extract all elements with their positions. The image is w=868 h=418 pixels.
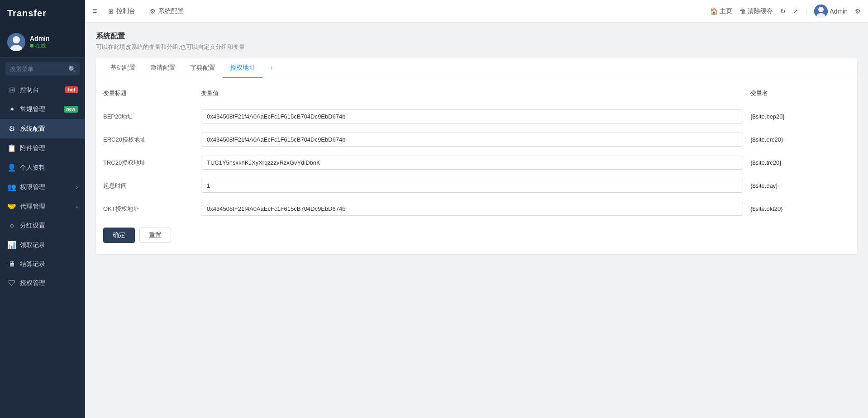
topbar-dashboard-link[interactable]: ⊞ 控制台: [105, 5, 139, 17]
add-tab-button[interactable]: ＋: [262, 60, 281, 76]
admin-username: Admin: [830, 8, 848, 15]
main-content: ≡ ⊞ 控制台 ⚙ 系统配置 🏠 主页 🗑 清除缓存 ↻ ⤢: [85, 0, 868, 418]
user-status: 在线: [30, 42, 50, 50]
row-label: OKT授权地址: [103, 205, 194, 213]
topbar: ≡ ⊞ 控制台 ⚙ 系统配置 🏠 主页 🗑 清除缓存 ↻ ⤢: [85, 0, 868, 23]
sidebar-item-label: 常规管理: [20, 105, 45, 114]
sidebar-item-label: 系统配置: [20, 125, 45, 133]
day-input[interactable]: [201, 179, 743, 193]
sidebar-item-authorization[interactable]: 🛡 授权管理: [0, 274, 85, 293]
sidebar: Transfer Admin 在线 🔍 ⊞ 控制台 hot: [0, 0, 85, 418]
new-badge: new: [64, 106, 78, 113]
refresh-button[interactable]: ↻: [780, 8, 786, 15]
okt20-input[interactable]: [201, 202, 743, 216]
attachments-icon: 📋: [7, 144, 16, 152]
home-icon: 🏠: [710, 8, 718, 15]
tab-basic[interactable]: 基础配置: [103, 58, 143, 78]
admin-user-button[interactable]: Admin: [814, 5, 848, 18]
table-row: TRC20授权地址 {$site.trc20}: [103, 151, 850, 174]
config-card: 基础配置 邀请配置 字典配置 授权地址 ＋ 变量标题 变量值 变量名 BEP20…: [96, 58, 857, 254]
table-row: 起息时间 {$site.day}: [103, 174, 850, 197]
sidebar-item-label: 代理管理: [20, 203, 45, 211]
row-label: TRC20授权地址: [103, 159, 194, 167]
sidebar-item-general[interactable]: ✦ 常规管理 new: [0, 100, 85, 119]
topbar-system-config-link[interactable]: ⚙ 系统配置: [146, 5, 187, 17]
system-config-icon: ⚙: [7, 124, 16, 133]
table-header: 变量标题 变量值 变量名: [103, 86, 850, 101]
collect-icon: 📊: [7, 241, 16, 249]
sidebar-item-label: 分红设置: [20, 222, 45, 230]
trc20-input[interactable]: [201, 156, 743, 170]
row-label: ERC20授权地址: [103, 136, 194, 144]
authorization-icon: 🛡: [7, 279, 16, 287]
var-name: {$site.day}: [750, 182, 850, 189]
sidebar-item-settlement[interactable]: 🖥 结算记录: [0, 255, 85, 274]
trash-icon: 🗑: [739, 8, 746, 15]
table-row: ERC20授权地址 {$site.erc20}: [103, 128, 850, 151]
profile-icon: 👤: [7, 163, 16, 172]
fullscreen-icon: ⤢: [793, 8, 798, 15]
topbar-settings-button[interactable]: ⚙: [855, 8, 861, 15]
tab-dictionary[interactable]: 字典配置: [183, 58, 223, 78]
sidebar-item-permissions[interactable]: 👥 权限管理 ›: [0, 177, 85, 197]
app-logo: Transfer: [0, 0, 85, 27]
settings-icon: ⚙: [855, 8, 861, 15]
sidebar-item-label: 授权管理: [20, 279, 45, 287]
menu-toggle-icon[interactable]: ≡: [92, 6, 97, 16]
sidebar-item-label: 结算记录: [20, 260, 45, 268]
var-name: {$site.okt20}: [750, 205, 850, 212]
general-icon: ✦: [7, 105, 16, 114]
erc20-input[interactable]: [201, 133, 743, 147]
header-value: 变量值: [201, 89, 743, 97]
sidebar-item-dividends[interactable]: ○ 分红设置: [0, 216, 85, 235]
system-config-nav-icon: ⚙: [150, 8, 156, 15]
sidebar-item-label: 权限管理: [20, 183, 45, 191]
header-name: 变量名: [750, 89, 850, 97]
topbar-nav-label: 控制台: [116, 7, 135, 15]
var-name: {$site.bep20}: [750, 113, 850, 120]
table-row: OKT授权地址 {$site.okt20}: [103, 197, 850, 220]
bep20-input[interactable]: [201, 109, 743, 124]
search-box: 🔍: [5, 62, 80, 76]
sidebar-nav: ⊞ 控制台 hot ✦ 常规管理 new ⚙ 系统配置 📋 附件管理 👤 个人资…: [0, 80, 85, 293]
topbar-avatar: [814, 5, 828, 18]
reset-button[interactable]: 重置: [139, 228, 171, 243]
var-name: {$site.erc20}: [750, 136, 850, 143]
chevron-right-icon: ›: [76, 184, 78, 190]
status-dot: [30, 44, 33, 48]
var-name: {$site.trc20}: [750, 159, 850, 166]
agents-icon: 🤝: [7, 202, 16, 211]
page-header: 系统配置 可以在此填改系统的变量和分组,也可以自定义分组和变量: [96, 32, 857, 51]
clear-cache-button[interactable]: 🗑 清除缓存: [739, 7, 773, 15]
search-icon: 🔍: [68, 66, 76, 73]
home-link[interactable]: 🏠 主页: [710, 7, 732, 15]
hot-badge: hot: [65, 86, 78, 93]
config-tabs: 基础配置 邀请配置 字典配置 授权地址 ＋: [96, 58, 857, 78]
confirm-button[interactable]: 确定: [103, 228, 135, 243]
username: Admin: [30, 35, 50, 42]
refresh-icon: ↻: [780, 8, 786, 15]
config-table: 变量标题 变量值 变量名 BEP20地址 {$site.bep20} ERC20…: [96, 78, 857, 220]
dividends-icon: ○: [7, 222, 16, 230]
sidebar-item-dashboard[interactable]: ⊞ 控制台 hot: [0, 80, 85, 100]
chevron-right-icon: ›: [76, 204, 78, 210]
row-label: BEP20地址: [103, 113, 194, 121]
topbar-left: ≡ ⊞ 控制台 ⚙ 系统配置: [92, 5, 703, 17]
svg-point-1: [13, 36, 20, 43]
permissions-icon: 👥: [7, 183, 16, 191]
sidebar-item-attachments[interactable]: 📋 附件管理: [0, 138, 85, 158]
button-group: 确定 重置: [96, 220, 857, 243]
sidebar-item-collect[interactable]: 📊 领取记录: [0, 235, 85, 255]
settlement-icon: 🖥: [7, 260, 16, 268]
sidebar-item-profile[interactable]: 👤 个人资料: [0, 158, 85, 177]
sidebar-item-agents[interactable]: 🤝 代理管理 ›: [0, 197, 85, 216]
sidebar-item-label: 领取记录: [20, 241, 45, 249]
content-area: 系统配置 可以在此填改系统的变量和分组,也可以自定义分组和变量 基础配置 邀请配…: [85, 23, 868, 418]
tab-auth-address[interactable]: 授权地址: [223, 58, 262, 78]
page-subtitle: 可以在此填改系统的变量和分组,也可以自定义分组和变量: [96, 43, 857, 51]
fullscreen-button[interactable]: ⤢: [793, 8, 798, 15]
tab-invite[interactable]: 邀请配置: [143, 58, 183, 78]
svg-point-4: [818, 7, 824, 12]
table-row: BEP20地址 {$site.bep20}: [103, 105, 850, 128]
sidebar-item-system-config[interactable]: ⚙ 系统配置: [0, 119, 85, 138]
